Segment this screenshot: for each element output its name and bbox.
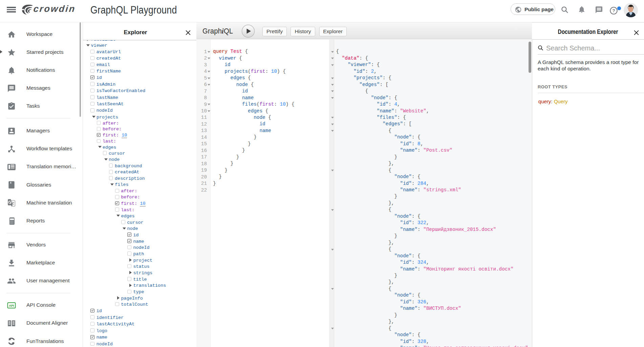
svg-text:API: API [9, 304, 14, 307]
svg-text:?: ? [612, 8, 615, 13]
